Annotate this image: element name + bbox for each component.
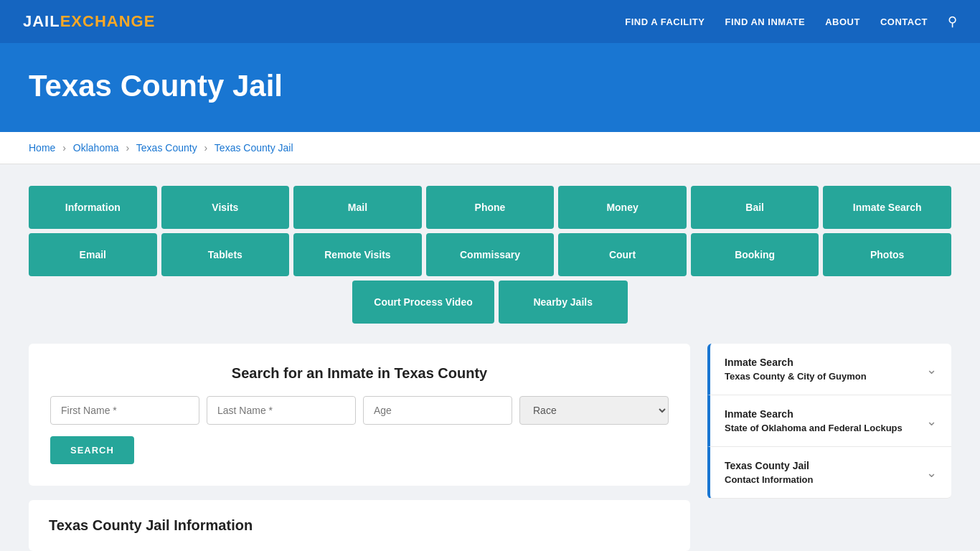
chevron-down-icon-2: ⌄	[926, 413, 937, 429]
button-grid-row1: Information Visits Mail Phone Money Bail…	[29, 186, 951, 229]
nav-contact[interactable]: CONTACT	[880, 17, 928, 27]
site-logo[interactable]: JAILEXCHANGE	[23, 12, 155, 31]
btn-booking[interactable]: Booking	[691, 233, 819, 276]
btn-tablets[interactable]: Tablets	[161, 233, 290, 276]
breadcrumb-sep-3: ›	[204, 142, 208, 154]
age-input[interactable]	[363, 396, 512, 425]
sidebar-label-contact: Texas County Jail	[725, 460, 814, 471]
logo-exchange: EXCHANGE	[60, 12, 156, 30]
btn-court-process-video[interactable]: Court Process Video	[352, 281, 494, 324]
main-content: Information Visits Mail Phone Money Bail…	[0, 164, 980, 551]
breadcrumb-sep-2: ›	[126, 142, 130, 154]
btn-commissary[interactable]: Commissary	[426, 233, 555, 276]
chevron-down-icon: ⌄	[926, 362, 937, 377]
last-name-input[interactable]	[207, 396, 356, 425]
btn-remote-visits[interactable]: Remote Visits	[293, 233, 422, 276]
sidebar-item-contact[interactable]: Texas County Jail Contact Information ⌄	[707, 447, 951, 499]
page-title: Texas County Jail	[29, 69, 951, 103]
sidebar: Inmate Search Texas County & City of Guy…	[707, 344, 951, 499]
btn-court[interactable]: Court	[558, 233, 687, 276]
info-section: Texas County Jail Information	[29, 500, 690, 551]
breadcrumb-oklahoma[interactable]: Oklahoma	[73, 142, 119, 154]
breadcrumb-texas-county[interactable]: Texas County	[136, 142, 197, 154]
navbar: JAILEXCHANGE FIND A FACILITY FIND AN INM…	[0, 0, 980, 43]
chevron-down-icon-3: ⌄	[926, 465, 937, 481]
nav-find-facility[interactable]: FIND A FACILITY	[625, 17, 705, 27]
btn-money[interactable]: Money	[558, 186, 687, 229]
sidebar-sub-contact: Contact Information	[725, 474, 814, 485]
button-grid-row2: Email Tablets Remote Visits Commissary C…	[29, 233, 951, 276]
btn-nearby-jails[interactable]: Nearby Jails	[499, 281, 628, 324]
race-select[interactable]: Race White Black Hispanic Asian Other	[519, 396, 669, 425]
first-name-input[interactable]	[50, 396, 199, 425]
sidebar-sub-county: Texas County & City of Guymon	[725, 371, 867, 382]
btn-photos[interactable]: Photos	[823, 233, 951, 276]
sidebar-item-county-search[interactable]: Inmate Search Texas County & City of Guy…	[707, 344, 951, 395]
logo-jail: JAIL	[23, 12, 60, 30]
info-title: Texas County Jail Information	[49, 517, 670, 534]
search-icon[interactable]: ⚲	[948, 14, 957, 29]
search-button[interactable]: SEARCH	[50, 436, 134, 464]
btn-bail[interactable]: Bail	[691, 186, 819, 229]
search-title: Search for an Inmate in Texas County	[50, 365, 669, 382]
btn-mail[interactable]: Mail	[293, 186, 422, 229]
btn-visits[interactable]: Visits	[161, 186, 290, 229]
hero-banner: Texas County Jail	[0, 43, 980, 132]
breadcrumb-sep-1: ›	[62, 142, 66, 154]
search-fields: Race White Black Hispanic Asian Other	[50, 396, 669, 425]
lower-section: Search for an Inmate in Texas County Rac…	[29, 344, 951, 551]
breadcrumb-texas-county-jail[interactable]: Texas County Jail	[215, 142, 293, 154]
nav-about[interactable]: ABOUT	[825, 17, 860, 27]
sidebar-item-state-search[interactable]: Inmate Search State of Oklahoma and Fede…	[707, 395, 951, 447]
sidebar-sub-state: State of Oklahoma and Federal Lockups	[725, 423, 903, 433]
button-grid-row3: Court Process Video Nearby Jails	[29, 281, 951, 324]
btn-inmate-search[interactable]: Inmate Search	[823, 186, 951, 229]
sidebar-label-state: Inmate Search	[725, 408, 903, 420]
btn-phone[interactable]: Phone	[426, 186, 555, 229]
nav-find-inmate[interactable]: FIND AN INMATE	[725, 17, 805, 27]
sidebar-label-county: Inmate Search	[725, 357, 867, 368]
search-panel: Search for an Inmate in Texas County Rac…	[29, 344, 690, 486]
breadcrumb: Home › Oklahoma › Texas County › Texas C…	[0, 132, 980, 164]
breadcrumb-home[interactable]: Home	[29, 142, 55, 154]
btn-information[interactable]: Information	[29, 186, 157, 229]
nav-links: FIND A FACILITY FIND AN INMATE ABOUT CON…	[625, 14, 957, 29]
btn-email[interactable]: Email	[29, 233, 157, 276]
